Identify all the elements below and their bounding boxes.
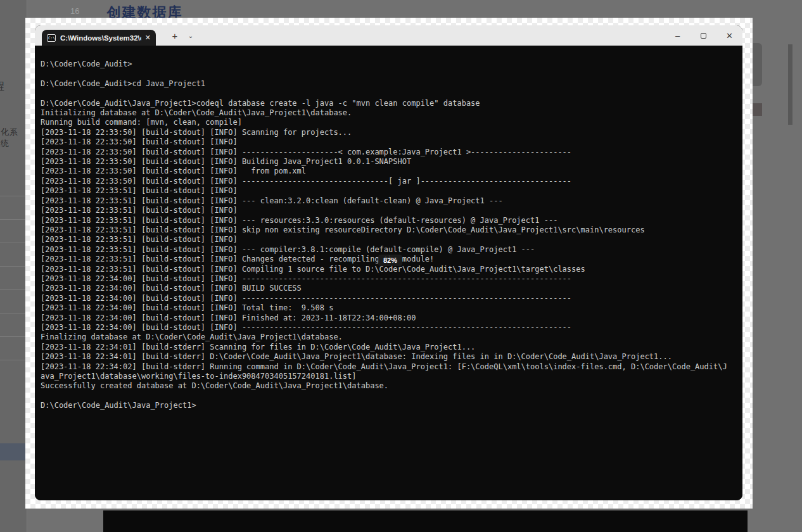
tab-close-icon[interactable]: ✕ bbox=[145, 34, 151, 42]
sidebar-text-fragment: 化系统 bbox=[1, 127, 27, 149]
maximize-icon bbox=[701, 33, 706, 39]
maximize-button[interactable] bbox=[691, 25, 716, 46]
new-tab-button[interactable]: + bbox=[168, 29, 182, 43]
heading-line-number: 16 bbox=[70, 6, 79, 16]
terminal-body: D:\Coder\Code_Audit> D:\Coder\Code_Audit… bbox=[35, 46, 742, 500]
minimize-button[interactable]: – bbox=[665, 25, 691, 46]
terminal-output: D:\Coder\Code_Audit> D:\Coder\Code_Audit… bbox=[41, 60, 727, 411]
close-button[interactable]: ✕ bbox=[716, 25, 742, 46]
tab-title: C:\Windows\System32\cmd.e bbox=[60, 34, 141, 42]
zoom-level-badge: 82% bbox=[378, 255, 402, 266]
cmd-icon: C:\ bbox=[47, 34, 56, 42]
sidebar-selected-row bbox=[0, 443, 27, 460]
window-controls: – ✕ bbox=[665, 25, 742, 46]
sidebar-gutter: 程 化系统 bbox=[0, 0, 27, 532]
terminal-tab[interactable]: C:\ C:\Windows\System32\cmd.e ✕ bbox=[42, 30, 156, 46]
tab-dropdown-button[interactable]: ⌄ bbox=[184, 29, 197, 43]
sidebar-text-fragment: 程 bbox=[0, 80, 4, 93]
dimmed-inline-image bbox=[103, 510, 748, 532]
terminal-titlebar: C:\ C:\Windows\System32\cmd.e ✕ + ⌄ – ✕ bbox=[35, 25, 742, 46]
dimmed-scrollbar bbox=[788, 44, 792, 125]
sidebar-row-lines bbox=[0, 173, 27, 383]
